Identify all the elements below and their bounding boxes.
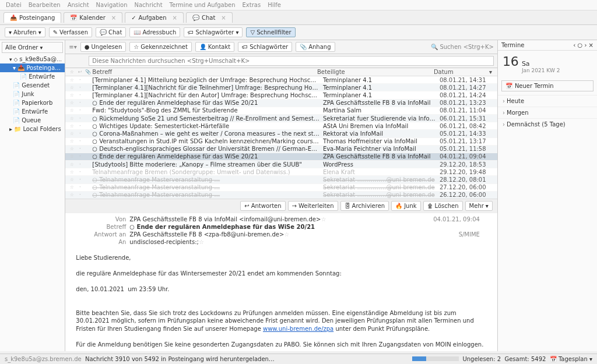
tab-aufgaben[interactable]: ✓Aufgaben× (125, 12, 184, 23)
message-row[interactable]: ☆·○ Telnahmeanfrage Masterveranstaltung … (65, 192, 497, 199)
cal-next[interactable]: › (584, 42, 587, 48)
message-preview: VonZPA Geschäftsstelle FB 8 via InfoMail… (65, 213, 497, 351)
link-zpa[interactable]: www.uni-bremen.de/zpa (263, 326, 333, 332)
filter-bar: ≡▾ ●Ungelesen ☆Gekennzeichnet 👤Kontakt 🏷… (65, 40, 497, 54)
preview-replyto: ZPA Geschäftsstelle FB 8 <zpa-fb8@uni-br… (129, 231, 284, 238)
menu-bearbeiten[interactable]: Bearbeiten (29, 2, 61, 8)
chat-button[interactable]: 💬Chat (96, 27, 126, 37)
calendar-pane: Termine ‹ ○ › × 16 SaJan 2021 KW 2 📅 Neu… (498, 40, 597, 351)
tabstrip: 📥Posteingang📅Kalender×✓Aufgaben×💬Chat× (0, 10, 597, 25)
folder-papierkorb[interactable]: 📄 Papierkorb (0, 98, 65, 107)
menu-nachricht[interactable]: Nachricht (135, 2, 163, 8)
message-row[interactable]: ☆·[Studytools] Bitte moderiere: „Kanopy … (65, 161, 497, 168)
cal-section[interactable]: Heute (498, 95, 597, 107)
quickfilter-button[interactable]: ▽Schnellfilter (246, 27, 295, 37)
account-root[interactable]: ▾ ◇ s_k9e8u5a@zs.bremen.de (0, 55, 65, 63)
filter-input[interactable] (89, 56, 494, 66)
reply-button[interactable]: ↩Antworten (240, 201, 285, 211)
smime-badge: S/MIME (459, 231, 480, 238)
folder-gesendet[interactable]: 📄 Gesendet (0, 81, 65, 90)
message-row[interactable]: ☆·○ Telnahmeanfrage Masterveranstaltung … (65, 176, 497, 183)
preview-subject: ○ Ende der regulären Anmeldephase für da… (129, 224, 315, 230)
cal-daynum: 16 (503, 54, 519, 69)
menu-ansicht[interactable]: Ansicht (68, 2, 89, 8)
message-row[interactable]: ☆·○ Telnahmeanfrage Masterveranstaltung … (65, 184, 497, 192)
local-folders[interactable]: ▸ 📁 Local Folders (0, 125, 65, 133)
message-row[interactable]: ☆·○ Wichtiges Update: Semesterticket-Här… (65, 122, 497, 130)
statusbar: s_k9e8u5a@zs.bremen.de Nachricht 3910 vo… (0, 354, 597, 364)
close-icon[interactable]: × (221, 15, 226, 21)
folder-posteingang[interactable]: ▾ 📥 Posteingang (2) (0, 63, 65, 72)
close-icon[interactable]: × (173, 15, 177, 21)
filter-tags[interactable]: 🏷Schlagwörter (238, 42, 292, 52)
message-row[interactable]: ☆·Telnahmeanfrage Bremen (Sondergruppe: … (65, 168, 497, 176)
preview-to: undisclosed-recipients:; (129, 239, 199, 245)
archive-button[interactable]: 🗄Archivieren (340, 201, 389, 211)
fetch-button[interactable]: ▾Abrufen▾ (5, 27, 45, 37)
filter-attach[interactable]: 📎Anhang (296, 42, 335, 52)
search-hint: Suchen <Strg+K> (440, 44, 493, 50)
addressbook-button[interactable]: 📖Adressbuch (129, 27, 180, 37)
delete-button[interactable]: 🗑Löschen (423, 201, 463, 211)
preview-toolbar: ↩Antworten →Weiterleiten 🗄Archivieren 🔥J… (65, 199, 497, 213)
forward-button[interactable]: →Weiterleiten (288, 201, 338, 211)
filter-starred[interactable]: ☆Gekennzeichnet (129, 42, 192, 52)
tab-icon: 💬 (192, 15, 199, 21)
menubar: DateiBearbeitenAnsichtNavigationNachrich… (0, 0, 597, 10)
tab-chat[interactable]: 💬Chat× (186, 12, 233, 23)
new-event-button[interactable]: 📅 Neuer Termin (501, 80, 594, 91)
tab-icon: ✓ (131, 15, 136, 21)
filter-contact[interactable]: 👤Kontakt (195, 42, 234, 52)
menu-termine und aufgaben[interactable]: Termine und Aufgaben (170, 2, 236, 8)
message-row[interactable]: ☆·○ Corona-Maßnahmen – wie geht es weite… (65, 130, 497, 137)
progress-bar (412, 356, 459, 361)
menu-datei[interactable]: Datei (6, 2, 22, 8)
message-row[interactable]: ☆·○ Ende der regulären Anmeldephase für … (65, 153, 497, 161)
close-icon[interactable]: × (111, 15, 116, 21)
cal-section[interactable]: Morgen (498, 107, 597, 118)
more-button[interactable]: Mehr▾ (465, 201, 493, 211)
junk-button[interactable]: 🔥Junk (391, 201, 420, 211)
preview-date: 04.01.21, 09:04 (433, 216, 480, 222)
menu-hilfe[interactable]: Hilfe (268, 2, 281, 8)
preview-body: Liebe Studierende, die reguläre Anmeldep… (65, 248, 497, 351)
folder-sidebar: Alle Ordner ▾ ▾ ◇ s_k9e8u5a@zs.bremen.de… (0, 40, 65, 351)
cal-today[interactable]: ○ (578, 42, 583, 48)
cal-prev[interactable]: ‹ (573, 42, 575, 48)
menu-extras[interactable]: Extras (243, 2, 261, 8)
folder-entwürfe[interactable]: 📄 Entwürfe (0, 107, 65, 116)
tab-icon: 📥 (10, 15, 17, 21)
message-row[interactable]: ☆·[Terminplaner 4.1][Nachricht für die T… (65, 84, 497, 91)
status-account: s_k9e8u5a@zs.bremen.de (5, 356, 82, 362)
message-row[interactable]: ☆·○ Deutsch-englischsprachiges Glossar d… (65, 146, 497, 153)
filter-unread[interactable]: ●Ungelesen (80, 42, 127, 52)
menu-navigation[interactable]: Navigation (96, 2, 128, 8)
folder-tree: ▾ ◇ s_k9e8u5a@zs.bremen.de ▾ 📥 Posteinga… (0, 55, 65, 133)
message-row[interactable]: ☆·○ Veranstaltungen in Stud.IP mit SDG K… (65, 138, 497, 146)
message-row[interactable]: ☆·[Terminplaner 4.1][Nachricht für den A… (65, 91, 497, 99)
tags-button[interactable]: 🏷Schlagwörter▾ (184, 27, 243, 37)
status-message: Nachricht 3910 von 5492 in Posteingang w… (85, 356, 275, 362)
cal-section[interactable]: Demnächst (5 Tage) (498, 118, 597, 130)
message-list[interactable]: ☆·[Terminplaner 4.1] Mitteilung bezüglic… (65, 76, 497, 199)
folder-queue[interactable]: 📄 Queue (0, 116, 65, 125)
compose-button[interactable]: ✎Verfassen (49, 27, 92, 37)
tab-icon: 📅 (70, 15, 77, 21)
cal-title: Termine (501, 42, 525, 48)
message-row[interactable]: ☆·Fwd: "Studytools"-Blog des ZMML für St… (65, 107, 497, 115)
tab-posteingang[interactable]: 📥Posteingang (3, 12, 61, 23)
cal-close[interactable]: × (589, 42, 594, 48)
message-row[interactable]: ☆·○ Rückmeldung SoSe 21 und Semesterbeit… (65, 115, 497, 122)
folder-selector[interactable]: Alle Ordner ▾ (2, 42, 63, 53)
preview-from: ZPA Geschäftsstelle FB 8 via InfoMail <i… (129, 216, 321, 222)
message-row[interactable]: ☆·○ Ende der regulären Anmeldephase für … (65, 100, 497, 107)
filter-toggle-icon[interactable]: ≡▾ (69, 44, 76, 50)
tab-kalender[interactable]: 📅Kalender× (64, 12, 122, 23)
message-row[interactable]: ☆·[Terminplaner 4.1] Mitteilung bezüglic… (65, 76, 497, 84)
folder-entwürfe[interactable]: 📄 Entwürfe (0, 72, 65, 81)
folder-junk[interactable]: 📄 Junk (0, 90, 65, 98)
message-list-header: ☆↩📎 Betreff Beteiligte Datum ▾ (65, 68, 497, 76)
main-toolbar: ▾Abrufen▾ ✎Verfassen 💬Chat 📖Adressbuch 🏷… (0, 25, 597, 40)
